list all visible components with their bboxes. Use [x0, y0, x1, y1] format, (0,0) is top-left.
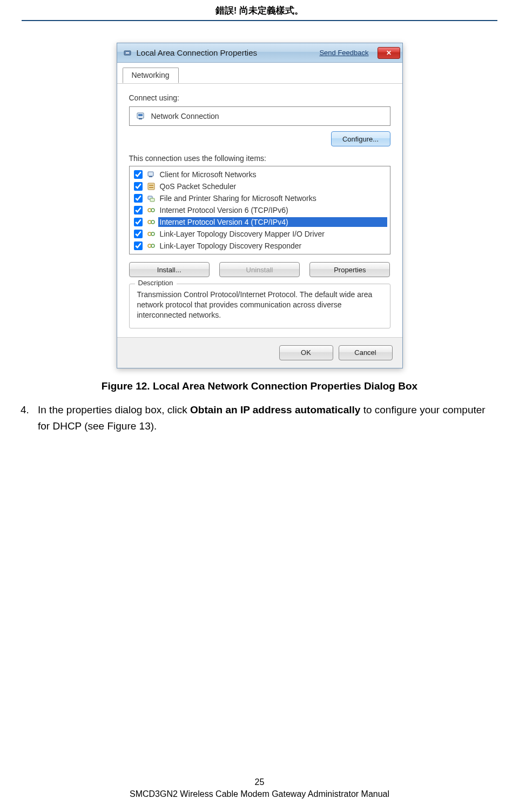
list-item[interactable]: Internet Protocol Version 6 (TCP/IPv6): [133, 204, 387, 216]
properties-button[interactable]: Properties: [309, 262, 390, 277]
svg-rect-1: [126, 52, 129, 53]
list-item[interactable]: QoS Packet Scheduler: [133, 180, 387, 192]
svg-rect-5: [148, 172, 153, 176]
ok-button[interactable]: OK: [279, 345, 333, 360]
svg-rect-4: [139, 118, 142, 119]
proto-icon: [146, 229, 156, 239]
item-checkbox[interactable]: [134, 218, 143, 226]
svg-point-13: [151, 209, 154, 212]
tab-strip: Networking: [117, 63, 402, 84]
item-label: Link-Layer Topology Discovery Responder: [160, 241, 386, 250]
lan-properties-dialog: Local Area Connection Properties Send Fe…: [117, 43, 403, 368]
cancel-button[interactable]: Cancel: [339, 345, 393, 360]
item-checkbox[interactable]: [134, 241, 143, 250]
dialog-title: Local Area Connection Properties: [137, 48, 315, 57]
item-label: Internet Protocol Version 4 (TCP/IPv4): [158, 217, 387, 227]
svg-point-15: [151, 220, 154, 224]
svg-point-19: [151, 244, 154, 247]
install-button[interactable]: Install...: [129, 262, 210, 277]
description-legend: Description: [135, 279, 177, 287]
proto-icon: [146, 217, 156, 227]
list-item[interactable]: Link-Layer Topology Discovery Mapper I/O…: [133, 228, 387, 240]
proto-icon: [146, 241, 156, 251]
item-checkbox[interactable]: [134, 206, 143, 214]
item-label: Internet Protocol Version 6 (TCP/IPv6): [160, 206, 386, 214]
network-card-icon: [135, 111, 146, 122]
dialog-titlebar: Local Area Connection Properties Send Fe…: [117, 43, 402, 63]
items-label: This connection uses the following items…: [129, 154, 390, 163]
svg-point-18: [148, 244, 151, 247]
description-text: Transmission Control Protocol/Internet P…: [137, 290, 382, 320]
connect-using-label: Connect using:: [129, 93, 390, 102]
figure-caption: Figure 12. Local Area Network Connection…: [0, 380, 519, 392]
description-group: Description Transmission Control Protoco…: [129, 284, 390, 328]
page-number: 25: [0, 777, 519, 787]
page-header-title: 錯誤! 尚未定義樣式。: [0, 0, 519, 20]
svg-rect-11: [150, 198, 154, 202]
svg-point-12: [148, 209, 151, 212]
dialog-footer: OK Cancel: [117, 337, 402, 368]
step-text: In the properties dialog box, click Obta…: [38, 402, 498, 435]
instruction-step: 4. In the properties dialog box, click O…: [0, 402, 519, 435]
send-feedback-link[interactable]: Send Feedback: [319, 49, 368, 57]
svg-point-16: [148, 232, 151, 236]
close-button[interactable]: ✕: [378, 47, 400, 59]
step-pre: In the properties dialog box, click: [38, 404, 190, 415]
share-icon: [146, 193, 156, 203]
svg-rect-9: [149, 187, 153, 188]
header-rule: [22, 20, 497, 21]
tab-body: Connect using: Network Connection Config…: [117, 84, 402, 337]
client-icon: [146, 170, 156, 179]
item-label: File and Printer Sharing for Microsoft N…: [160, 194, 386, 203]
tab-networking[interactable]: Networking: [123, 68, 179, 83]
qos-icon: [146, 182, 156, 191]
item-label: Client for Microsoft Networks: [160, 170, 386, 179]
list-item[interactable]: Internet Protocol Version 4 (TCP/IPv4): [133, 216, 387, 228]
item-checkbox[interactable]: [134, 194, 143, 203]
page-footer: 25 SMCD3GN2 Wireless Cable Modem Gateway…: [0, 777, 519, 799]
item-checkbox[interactable]: [134, 170, 143, 179]
step-bold: Obtain an IP address automatically: [190, 404, 360, 415]
network-adapter-icon: [123, 48, 132, 58]
items-list[interactable]: Client for Microsoft NetworksQoS Packet …: [129, 166, 390, 254]
close-icon: ✕: [386, 49, 392, 57]
screenshot-container: Local Area Connection Properties Send Fe…: [0, 43, 519, 368]
svg-rect-8: [149, 185, 153, 186]
uninstall-button[interactable]: Uninstall: [219, 262, 300, 277]
svg-point-17: [151, 232, 154, 236]
step-number: 4.: [21, 402, 31, 435]
adapter-box: Network Connection: [129, 106, 390, 126]
item-checkbox[interactable]: [134, 230, 143, 238]
item-checkbox[interactable]: [134, 182, 143, 191]
item-label: Link-Layer Topology Discovery Mapper I/O…: [160, 230, 386, 238]
list-item[interactable]: Client for Microsoft Networks: [133, 169, 387, 180]
svg-rect-7: [148, 183, 154, 190]
item-label: QoS Packet Scheduler: [160, 182, 386, 191]
list-item[interactable]: Link-Layer Topology Discovery Responder: [133, 240, 387, 252]
svg-rect-3: [138, 114, 143, 116]
proto-icon: [146, 205, 156, 215]
svg-point-14: [148, 220, 151, 224]
manual-title: SMCD3GN2 Wireless Cable Modem Gateway Ad…: [0, 789, 519, 799]
adapter-name: Network Connection: [151, 112, 219, 120]
configure-button[interactable]: Configure...: [331, 131, 390, 146]
list-item[interactable]: File and Printer Sharing for Microsoft N…: [133, 192, 387, 204]
svg-rect-6: [149, 176, 152, 177]
